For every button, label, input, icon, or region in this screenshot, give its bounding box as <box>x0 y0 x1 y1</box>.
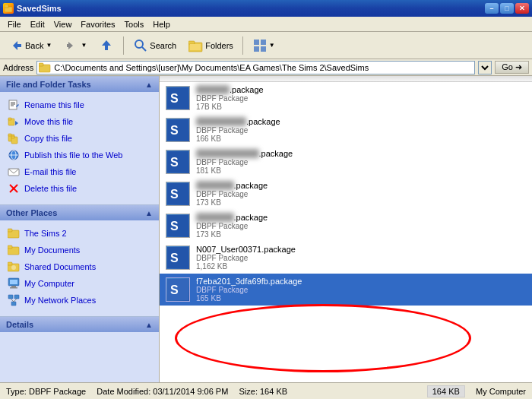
copy-label: Copy this file <box>24 134 72 143</box>
svg-rect-47 <box>10 287 17 289</box>
file-name-4: xxxxxxxxx.package <box>196 181 526 190</box>
toolbar-separator-2 <box>242 36 243 55</box>
email-icon <box>8 166 20 178</box>
sidebar-item-the-sims[interactable]: The Sims 2 <box>6 225 153 242</box>
file-name-7: f7eba201_3dfa69fb.package <box>196 277 526 286</box>
file-list[interactable]: S xxxxxxxx.package DBPF Package 17B KB S <box>160 76 532 382</box>
file-size-4: 173 KB <box>196 198 526 207</box>
svg-rect-7 <box>105 46 108 50</box>
sidebar-item-publish[interactable]: Publish this file to the Web <box>6 147 153 163</box>
file-folder-tasks-header[interactable]: File and Folder Tasks ▲ <box>0 76 159 92</box>
menu-help[interactable]: Help <box>148 18 175 30</box>
file-info-3: xxxxxxxxxxxxxxx.package DBPF Package 181… <box>196 149 526 175</box>
sidebar-item-move[interactable]: Move this file <box>6 113 153 130</box>
address-dropdown[interactable]: ▼ <box>478 61 492 74</box>
svg-marker-26 <box>15 121 18 125</box>
folders-button[interactable]: Folders <box>183 35 239 56</box>
menu-view[interactable]: View <box>49 18 77 30</box>
minimize-button[interactable]: – <box>485 3 499 14</box>
sidebar-item-my-docs[interactable]: My Documents <box>6 242 153 258</box>
sidebar-item-email[interactable]: E-mail this file <box>6 163 153 180</box>
details-content <box>0 332 159 363</box>
file-ext-3: .package <box>259 149 293 158</box>
file-size-1: 17B KB <box>196 103 526 111</box>
svg-marker-6 <box>102 40 111 46</box>
back-dropdown-icon[interactable]: ▼ <box>46 42 52 49</box>
back-icon <box>8 38 24 53</box>
file-name-3: xxxxxxxxxxxxxxx.package <box>196 149 526 158</box>
sidebar-section-details: Details ▲ <box>0 316 159 363</box>
sidebar-item-rename[interactable]: Rename this file <box>6 97 153 113</box>
my-network-icon <box>8 294 20 306</box>
view-icon <box>252 38 268 53</box>
title-bar-left: SavedSims <box>3 3 62 14</box>
sidebar-item-delete[interactable]: Delete this file <box>6 180 153 197</box>
other-places-header[interactable]: Other Places ▲ <box>0 204 159 220</box>
forward-button[interactable]: ▼ <box>59 35 92 56</box>
app-icon <box>3 3 14 14</box>
search-icon <box>133 38 148 53</box>
menu-file[interactable]: File <box>3 18 26 30</box>
blurred-name-1: xxxxxxxx <box>196 85 230 94</box>
file-size-2: 166 KB <box>196 135 526 143</box>
file-item-6[interactable]: S N007_User00371.package DBPF Package 1,… <box>160 242 532 274</box>
file-size-6: 1,162 KB <box>196 262 526 271</box>
file-item-2[interactable]: S xxxxxxxxxxxx.package DBPF Package 166 … <box>160 114 532 146</box>
svg-rect-30 <box>11 136 14 138</box>
file-ext-2: .package <box>246 117 280 126</box>
close-button[interactable]: ✕ <box>515 3 529 14</box>
publish-icon <box>8 149 20 161</box>
svg-rect-38 <box>8 229 12 232</box>
the-sims-folder-icon <box>8 227 20 239</box>
up-button[interactable] <box>93 35 119 56</box>
window-controls: – □ ✕ <box>485 3 529 14</box>
svg-rect-40 <box>8 245 12 249</box>
go-arrow-icon: ➜ <box>515 62 522 71</box>
menu-favorites[interactable]: Favorites <box>76 18 119 30</box>
delete-icon <box>8 182 20 195</box>
sidebar-item-my-computer[interactable]: My Computer <box>6 275 153 292</box>
file-icon-2: S <box>166 118 190 142</box>
svg-rect-25 <box>8 118 11 120</box>
toolbar: Back ▼ ▼ Search <box>0 32 532 59</box>
publish-label: Publish this file to the Web <box>24 150 122 160</box>
file-item-7[interactable]: S f7eba201_3dfa69fb.package DBPF Package… <box>160 274 532 306</box>
details-collapse-icon: ▲ <box>145 321 153 329</box>
sidebar-item-my-network[interactable]: My Network Places <box>6 292 153 309</box>
file-item-1[interactable]: S xxxxxxxx.package DBPF Package 17B KB <box>160 82 532 114</box>
go-button[interactable]: Go ➜ <box>495 61 529 74</box>
back-button[interactable]: Back ▼ <box>3 35 57 56</box>
view-button[interactable]: ▼ <box>247 35 280 56</box>
highlight-circle-overlay <box>175 304 471 372</box>
svg-text:S: S <box>170 188 179 201</box>
file-size-5: 173 KB <box>196 230 526 239</box>
move-label: Move this file <box>24 117 73 126</box>
file-item-5[interactable]: S xxxxxxxxx.package DBPF Package 173 KB <box>160 210 532 242</box>
delete-label: Delete this file <box>24 184 77 193</box>
status-computer: My Computer <box>476 387 526 396</box>
blurred-name-4: xxxxxxxxx <box>196 181 234 190</box>
svg-text:S: S <box>170 124 179 137</box>
forward-dropdown-icon[interactable]: ▼ <box>81 42 87 49</box>
file-name-5: xxxxxxxxx.package <box>196 213 526 222</box>
file-item-3[interactable]: S xxxxxxxxxxxxxxx.package DBPF Package 1… <box>160 146 532 178</box>
search-button[interactable]: Search <box>128 35 182 56</box>
menu-tools[interactable]: Tools <box>120 18 149 30</box>
details-title: Details <box>6 320 33 329</box>
maximize-button[interactable]: □ <box>500 3 514 14</box>
sidebar-item-copy[interactable]: Copy this file <box>6 130 153 147</box>
svg-rect-14 <box>261 40 266 45</box>
menu-edit[interactable]: Edit <box>26 18 49 30</box>
svg-rect-46 <box>11 286 16 287</box>
file-icon-4: S <box>166 182 190 206</box>
status-separator-3 <box>468 387 473 396</box>
details-header[interactable]: Details ▲ <box>0 316 159 332</box>
sidebar-item-shared-docs[interactable]: Shared Documents <box>6 258 153 275</box>
status-right: 164 KB My Computer <box>427 385 526 397</box>
address-value[interactable]: C:\Documents and Settings\[user]\My Docu… <box>54 63 369 72</box>
svg-rect-49 <box>14 295 19 299</box>
file-type-2: DBPF Package <box>196 126 526 135</box>
file-type-7: DBPF Package <box>196 286 526 294</box>
view-dropdown-icon[interactable]: ▼ <box>269 42 275 49</box>
file-item-4[interactable]: S xxxxxxxxx.package DBPF Package 173 KB <box>160 178 532 210</box>
